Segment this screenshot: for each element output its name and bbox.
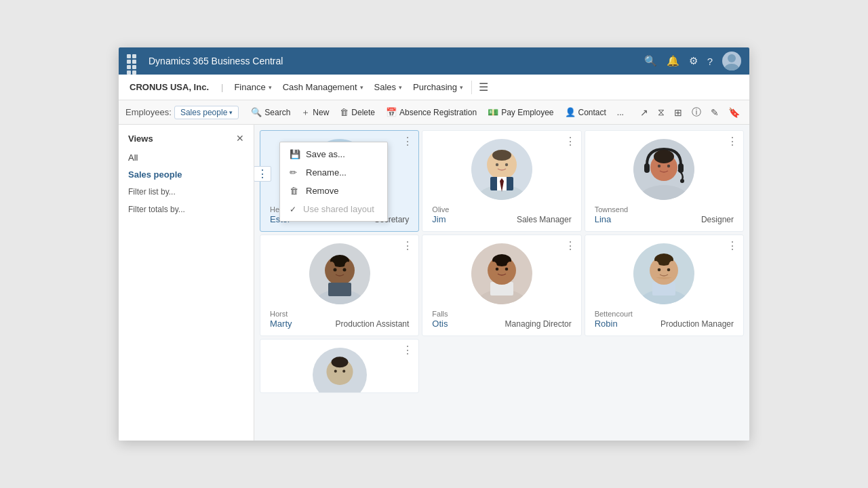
employee-card-5[interactable]: ⋮ [422, 235, 581, 336]
card-title-2: Sales Manager [517, 215, 572, 224]
apps-icon[interactable] [127, 54, 140, 68]
employee-card-2[interactable]: ⋮ [422, 130, 581, 232]
svg-point-59 [342, 370, 345, 373]
contact-icon: 👤 [565, 107, 576, 117]
employee-card-6[interactable]: ⋮ [585, 235, 744, 336]
card-title-6: Production Manager [660, 319, 734, 329]
svg-point-35 [342, 268, 346, 272]
filter-totals-link[interactable]: Filter totals by... [119, 201, 254, 218]
card-title-4: Production Assistant [336, 319, 410, 329]
card-photo-7 [313, 348, 367, 393]
contact-button[interactable]: 👤 Contact [559, 105, 612, 119]
context-menu: 💾 Save as... ✏ Rename... 🗑 Remove [279, 142, 388, 222]
nav-finance[interactable]: Finance ▾ [229, 75, 277, 100]
card-photo-4 [309, 243, 370, 304]
card-menu-btn-3[interactable]: ⋮ [727, 136, 738, 147]
edit-icon[interactable]: ✎ [708, 106, 722, 119]
notification-icon[interactable]: 🔔 [667, 55, 679, 67]
cash-caret: ▾ [360, 84, 363, 91]
card-bottom-6: Bettencourt Robin Production Manager [595, 310, 734, 329]
svg-point-25 [654, 150, 674, 163]
card-menu-btn-1[interactable]: ⋮ [402, 136, 413, 147]
card-last-name-6: Bettencourt [595, 310, 633, 318]
card-menu-btn-7[interactable]: ⋮ [402, 345, 413, 356]
absence-button[interactable]: 📅 Absence Registration [380, 105, 482, 119]
search-btn-icon: 🔍 [251, 107, 262, 117]
context-trigger-btn[interactable]: ⋮ [254, 166, 271, 182]
main-area: Views ✕ All Sales people Filter list by.… [119, 125, 749, 441]
more-button[interactable]: ... [612, 106, 629, 119]
search-button[interactable]: 🔍 Search [245, 105, 296, 119]
sidebar-item-all[interactable]: All [119, 149, 254, 166]
sales-caret: ▾ [399, 84, 402, 91]
sidebar-close-button[interactable]: ✕ [236, 133, 244, 144]
hamburger-icon[interactable]: ☰ [475, 81, 492, 94]
employee-card-4[interactable]: ⋮ [260, 235, 419, 336]
rename-icon: ✏ [290, 167, 300, 178]
context-menu-container: ⋮ 💾 Save as... ✏ Rename... 🗑 [269, 161, 377, 241]
remove-icon: 🗑 [290, 186, 300, 196]
filter-badge[interactable]: Sales people ▾ [174, 106, 239, 119]
search-icon[interactable]: 🔍 [644, 55, 657, 67]
svg-point-44 [496, 268, 499, 271]
company-name: CRONUS USA, Inc. [130, 82, 209, 92]
svg-point-58 [334, 370, 336, 373]
nav-cash[interactable]: Cash Management ▾ [277, 75, 369, 100]
card-title-3: Designer [701, 215, 734, 224]
user-avatar[interactable] [722, 52, 741, 70]
purchasing-caret: ▾ [460, 84, 463, 91]
svg-point-22 [680, 179, 684, 183]
svg-point-19 [638, 185, 690, 200]
nav-purchasing[interactable]: Purchasing ▾ [408, 75, 469, 100]
nav-sales[interactable]: Sales ▾ [369, 75, 408, 100]
card-menu-btn-2[interactable]: ⋮ [565, 136, 576, 147]
card-bottom-5: Falls Otis Managing Director [432, 310, 571, 329]
card-menu-btn-6[interactable]: ⋮ [727, 241, 738, 251]
filter-icon[interactable]: ⧖ [655, 105, 667, 119]
card-menu-btn-4[interactable]: ⋮ [402, 241, 413, 251]
svg-point-45 [505, 268, 509, 271]
svg-point-17 [505, 163, 508, 166]
settings-icon[interactable]: ⚙ [689, 55, 698, 67]
info-icon[interactable]: ⓘ [689, 105, 704, 120]
card-bottom-2: Olive Jim Sales Manager [432, 205, 571, 224]
column-icon[interactable]: ⊞ [671, 106, 685, 119]
svg-point-15 [492, 150, 511, 161]
svg-rect-20 [644, 163, 650, 173]
app-title: Dynamics 365 Business Central [149, 56, 644, 66]
card-last-name-5: Falls [432, 310, 448, 318]
filter-list-link[interactable]: Filter list by... [119, 183, 254, 201]
check-icon: ✓ [290, 205, 298, 214]
new-icon: ＋ [301, 106, 310, 119]
card-first-name-2[interactable]: Jim [432, 214, 446, 224]
share-icon[interactable]: ↗ [637, 106, 651, 119]
card-first-name-3[interactable]: Lina [595, 214, 612, 224]
svg-point-0 [728, 54, 736, 62]
svg-point-57 [331, 357, 348, 367]
card-title-5: Managing Director [505, 319, 572, 329]
employee-grid: ⋮ [260, 130, 744, 393]
pay-button[interactable]: 💵 Pay Employee [482, 105, 559, 119]
card-menu-btn-5[interactable]: ⋮ [565, 241, 576, 251]
employee-card-3[interactable]: ⋮ [585, 130, 744, 232]
card-first-name-6[interactable]: Robin [595, 319, 618, 329]
bookmark-icon[interactable]: 🔖 [726, 106, 743, 119]
card-first-name-4[interactable]: Marty [270, 319, 292, 329]
absence-icon: 📅 [386, 107, 397, 117]
context-save-as[interactable]: 💾 Save as... [280, 145, 387, 163]
sidebar-item-sales-people[interactable]: Sales people [119, 166, 254, 183]
finance-caret: ▾ [269, 84, 272, 91]
help-icon[interactable]: ? [707, 56, 713, 67]
employee-card-7[interactable]: ⋮ [260, 339, 419, 393]
context-rename[interactable]: ✏ Rename... [280, 163, 387, 182]
svg-point-1 [724, 64, 739, 70]
delete-button[interactable]: 🗑 Delete [334, 105, 380, 119]
top-bar: Dynamics 365 Business Central 🔍 🔔 ⚙ ? [119, 47, 749, 75]
card-last-name-4: Horst [270, 310, 292, 318]
card-first-name-5[interactable]: Otis [432, 319, 448, 329]
context-remove[interactable]: 🗑 Remove [280, 182, 387, 200]
new-button[interactable]: ＋ New [296, 104, 334, 121]
sidebar: Views ✕ All Sales people Filter list by.… [119, 125, 254, 441]
employees-label: Employees: [125, 107, 172, 117]
employee-card-1[interactable]: ⋮ [260, 130, 419, 232]
